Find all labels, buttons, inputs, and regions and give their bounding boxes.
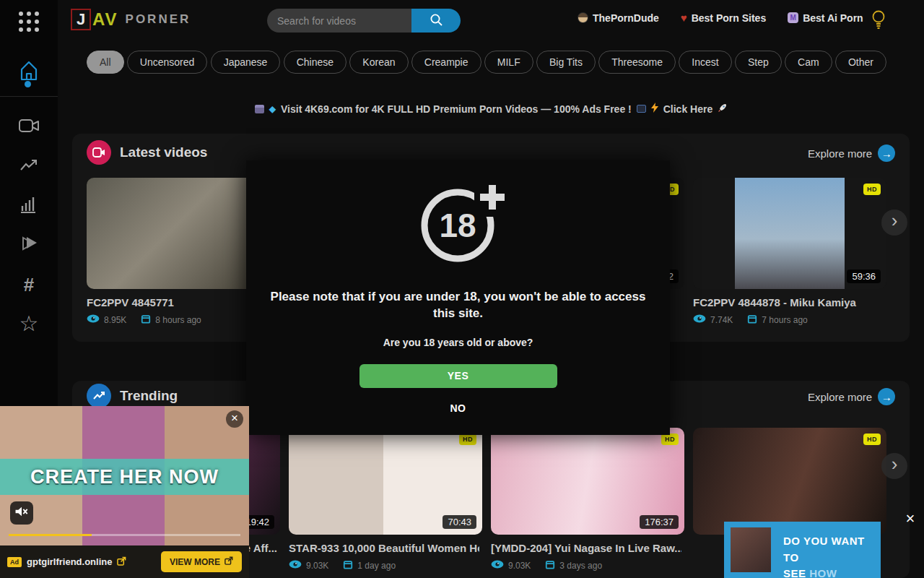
link-best-porn-sites[interactable]: ♥ Best Porn Sites [681, 12, 766, 24]
search-icon [430, 13, 443, 29]
category-pill-milf[interactable]: MILF [484, 51, 533, 74]
video-thumbnail[interactable]: HD 176:37 [491, 428, 684, 535]
link-label: Best Porn Sites [692, 12, 766, 24]
upload-age: 1 day ago [357, 561, 396, 571]
hd-badge: HD [661, 434, 679, 445]
age-number: 18 [439, 207, 476, 244]
arrow-right-icon: → [878, 388, 895, 405]
promo-banner[interactable]: ◆ Visit 4K69.com for 4K FULL HD Premium … [72, 103, 910, 115]
duration-badge: 70:43 [443, 515, 476, 529]
search-input[interactable] [267, 9, 411, 33]
logo-site-name: PORNER [126, 12, 191, 27]
explore-more-label: Explore more [808, 147, 872, 160]
chevron-right-icon: › [892, 453, 898, 475]
sidebar-item-playlists[interactable] [16, 232, 42, 258]
clapperboard-icon [255, 105, 264, 113]
eye-icon [491, 560, 504, 571]
eye-icon [289, 560, 302, 571]
ad-text-see: SEE [783, 567, 806, 578]
view-more-label: VIEW MORE [170, 557, 220, 567]
duration-badge: 176:37 [640, 515, 679, 529]
video-meta: 9.03K 1 day ago [289, 559, 482, 571]
site-logo[interactable]: J AV PORNER [71, 9, 191, 30]
category-pill-chinese[interactable]: Chinese [284, 51, 346, 74]
category-pill-big-tits[interactable]: Big Tits [536, 51, 596, 74]
ad-text: DO YOU WANT TO SEE HOW [783, 533, 881, 578]
sidebar-item-favorites[interactable]: ☆ [16, 311, 42, 337]
calendar-icon [141, 314, 151, 326]
video-meta: 9.03K 3 days ago [491, 559, 684, 571]
no-button[interactable]: NO [450, 402, 466, 414]
star-icon: ☆ [19, 313, 39, 335]
video-thumbnail[interactable]: HD 70:43 [289, 428, 482, 535]
apps-grid-icon[interactable] [16, 9, 42, 35]
view-count: 8.95K [104, 315, 126, 325]
video-thumbnail[interactable]: HD [693, 428, 886, 535]
age-verification-modal: 18 Please note that if you are under 18,… [246, 160, 670, 435]
link-label: Best Ai Porn [803, 12, 863, 24]
video-title[interactable]: [YMDD-204] Yui Nagase In Live Raw... [491, 542, 681, 554]
yes-button[interactable]: YES [359, 364, 557, 388]
close-left-ad-button[interactable]: × [226, 410, 243, 428]
link-theporndude[interactable]: ThePornDude [578, 12, 659, 24]
ad-domain-link[interactable]: gptgirlfriend.online [27, 556, 112, 567]
logo-av-text: AV [92, 9, 118, 30]
trending-icon [87, 384, 111, 408]
close-right-ad-button[interactable]: × [901, 509, 920, 528]
category-pill-all[interactable]: All [87, 51, 124, 74]
search-button[interactable] [411, 9, 461, 33]
link-best-ai-porn[interactable]: M Best Ai Porn [788, 12, 863, 24]
chevron-right-icon: › [892, 210, 898, 231]
category-pill-threesome[interactable]: Threesome [598, 51, 676, 74]
category-pill-japanese[interactable]: Japanese [211, 51, 281, 74]
promo-message: Visit 4K69.com for 4K FULL HD Premium Po… [281, 103, 632, 115]
calendar-icon [343, 559, 353, 571]
theme-toggle-button[interactable] [869, 9, 889, 30]
hashtag-icon: # [24, 274, 34, 296]
trending-up-icon [19, 158, 39, 176]
section-title: Latest videos [120, 144, 207, 160]
category-pill-step[interactable]: Step [735, 51, 782, 74]
18-plus-icon: 18 [411, 175, 505, 275]
category-pill-cam[interactable]: Cam [785, 51, 832, 74]
category-pill-incest[interactable]: Incest [679, 51, 731, 74]
muted-speaker-icon [14, 505, 29, 521]
ai-porn-icon: M [788, 12, 798, 23]
trending-explore-more[interactable]: Explore more → [808, 388, 895, 405]
duration-badge: 59:36 [847, 269, 881, 283]
category-pill-other[interactable]: Other [835, 51, 886, 74]
section-title: Trending [120, 388, 178, 404]
bottom-right-ad[interactable]: DO YOU WANT TO SEE HOW [724, 522, 881, 578]
bolt-icon [651, 103, 658, 115]
ad-progress-track[interactable] [9, 534, 240, 536]
sidebar-item-trending[interactable] [16, 154, 42, 180]
trending-carousel-next-button[interactable]: › [881, 453, 907, 479]
category-pill-uncensored[interactable]: Uncensored [127, 51, 208, 74]
mute-button[interactable] [10, 501, 33, 525]
video-meta: 7.74K 7 hours ago [693, 314, 886, 326]
category-pill-korean[interactable]: Korean [349, 51, 408, 74]
category-pill-creampie[interactable]: Creampie [411, 51, 481, 74]
sidebar-item-videos[interactable] [16, 114, 42, 140]
sidebar-divider [0, 96, 58, 97]
gem-icon: ◆ [269, 104, 276, 114]
view-more-button[interactable]: VIEW MORE [161, 551, 242, 572]
video-camera-icon [17, 117, 40, 137]
video-title[interactable]: FC2PPV 4844878 - Miku Kamiya [693, 296, 884, 309]
video-card: HD 70:43 STAR-933 10,000 Beautiful Women… [289, 428, 482, 571]
tv-icon [637, 105, 646, 113]
lightbulb-icon [869, 20, 888, 33]
latest-explore-more[interactable]: Explore more → [808, 144, 895, 162]
sidebar-item-tags[interactable]: # [16, 272, 42, 298]
latest-carousel-next-button[interactable]: › [881, 210, 907, 236]
video-card: HD 176:37 [YMDD-204] Yui Nagase In Live … [491, 428, 684, 571]
close-icon: × [231, 411, 238, 425]
hd-badge: HD [459, 434, 476, 445]
video-card: HD 59:36 FC2PPV 4844878 - Miku Kamiya 7.… [693, 178, 886, 326]
ad-video-area[interactable]: CREATE HER NOW [0, 406, 249, 545]
video-card: HD [693, 428, 886, 535]
sidebar-item-top-rated[interactable] [16, 193, 42, 219]
video-title[interactable]: STAR-933 10,000 Beautiful Women Honj... [289, 542, 479, 554]
upload-age: 7 hours ago [762, 315, 807, 325]
video-thumbnail[interactable]: HD 59:36 [693, 178, 886, 289]
